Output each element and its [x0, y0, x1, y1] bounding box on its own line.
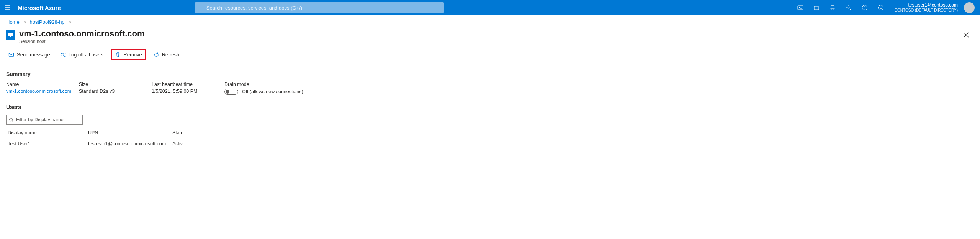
cell-upn: testuser1@contoso.onmicrosoft.com: [87, 138, 171, 150]
account-tenant: CONTOSO (DEFAULT DIRECTORY): [895, 8, 958, 13]
users-filter[interactable]: [6, 115, 83, 125]
page-subtitle: Session host: [19, 39, 960, 44]
users-heading: Users: [6, 104, 974, 110]
summary-heading: Summary: [6, 71, 974, 77]
close-button[interactable]: [960, 29, 972, 41]
refresh-label: Refresh: [162, 52, 180, 58]
table-row[interactable]: Test User1 testuser1@contoso.onmicrosoft…: [6, 138, 251, 150]
name-value[interactable]: vm-1.contoso.onmicrosoft.com: [6, 89, 79, 94]
account-email: testuser1@contoso.com: [895, 3, 958, 8]
refresh-button[interactable]: Refresh: [151, 50, 182, 59]
page-title: vm-1.contoso.onmicrosoft.com: [19, 29, 960, 39]
resource-header: vm-1.contoso.onmicrosoft.com Session hos…: [0, 27, 980, 47]
svg-rect-8: [10, 36, 11, 37]
command-bar: Send message Log off all users Remove Re…: [0, 47, 980, 64]
chevron-right-icon: >: [66, 19, 74, 25]
breadcrumb-hostpool[interactable]: hostPool928-hp: [30, 19, 65, 25]
directories-icon[interactable]: [809, 0, 824, 15]
svg-rect-7: [8, 33, 13, 36]
remove-button[interactable]: Remove: [111, 49, 146, 60]
avatar[interactable]: [964, 2, 975, 13]
menu-icon[interactable]: [3, 3, 12, 12]
svg-point-6: [882, 7, 882, 7]
heartbeat-label: Last heartbeat time: [152, 82, 224, 87]
account-info[interactable]: testuser1@contoso.com CONTOSO (DEFAULT D…: [889, 3, 961, 13]
cell-state: Active: [171, 138, 251, 150]
col-display-name[interactable]: Display name: [6, 128, 87, 138]
cloud-shell-icon[interactable]: [793, 0, 808, 15]
cell-display-name: Test User1: [6, 138, 87, 150]
log-off-label: Log off all users: [69, 52, 104, 58]
name-label: Name: [6, 82, 79, 87]
feedback-icon[interactable]: [873, 0, 888, 15]
help-icon[interactable]: [857, 0, 872, 15]
drain-mode-toggle[interactable]: [224, 89, 238, 95]
svg-point-5: [880, 7, 880, 7]
users-filter-input[interactable]: [16, 117, 80, 122]
col-upn[interactable]: UPN: [87, 128, 171, 138]
send-message-label: Send message: [17, 52, 50, 58]
svg-point-11: [10, 118, 13, 121]
topbar: Microsoft Azure testuser1@contoso.com: [0, 0, 980, 15]
col-state[interactable]: State: [171, 128, 251, 138]
size-label: Size: [79, 82, 152, 87]
svg-point-2: [848, 7, 849, 8]
svg-rect-1: [798, 6, 803, 10]
size-value: Standard D2s v3: [79, 89, 152, 94]
drain-mode-label: Drain mode: [224, 82, 974, 87]
breadcrumb-home[interactable]: Home: [6, 19, 20, 25]
settings-icon[interactable]: [841, 0, 856, 15]
notifications-icon[interactable]: [825, 0, 840, 15]
content: Summary Name vm-1.contoso.onmicrosoft.co…: [0, 64, 980, 162]
global-search-input[interactable]: [195, 2, 444, 13]
svg-point-10: [61, 53, 64, 56]
heartbeat-value: 1/5/2021, 5:59:00 PM: [152, 89, 224, 94]
breadcrumb: Home > hostPool928-hp >: [0, 15, 980, 27]
session-host-icon: [6, 30, 15, 40]
svg-point-4: [878, 5, 883, 10]
remove-label: Remove: [123, 52, 142, 58]
brand-label: Microsoft Azure: [18, 5, 61, 11]
send-message-button[interactable]: Send message: [6, 50, 52, 59]
drain-mode-state: Off (allows new connections): [242, 89, 303, 94]
log-off-all-users-button[interactable]: Log off all users: [58, 50, 106, 59]
chevron-right-icon: >: [21, 19, 28, 25]
users-table: Display name UPN State Test User1 testus…: [6, 128, 251, 150]
